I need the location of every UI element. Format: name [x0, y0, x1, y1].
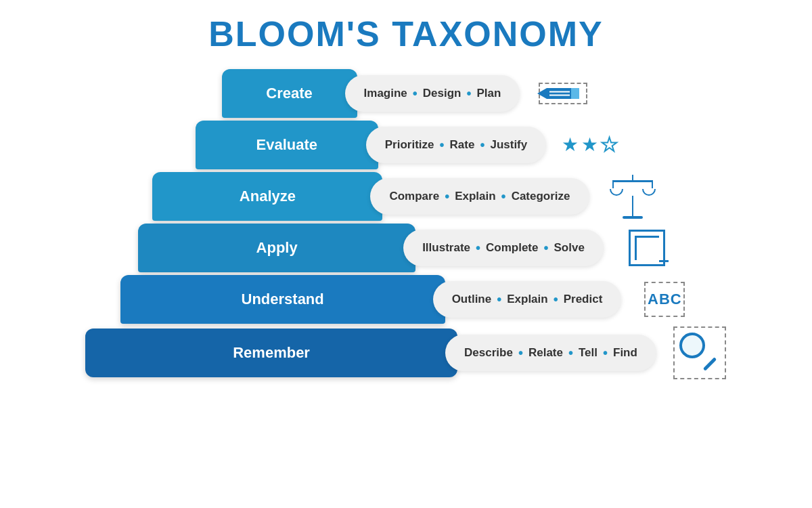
dot: •	[480, 137, 484, 153]
pencil-lines	[549, 91, 570, 96]
keyword-understand-3: Predict	[564, 293, 603, 306]
keyword-analyze-3: Categorize	[512, 190, 570, 203]
keyword-analyze-2: Explain	[455, 190, 495, 203]
level-label-remember: Remember	[233, 344, 310, 362]
dot: •	[543, 240, 548, 256]
maze-inner	[635, 236, 659, 260]
dot: •	[445, 189, 449, 205]
keyword-evaluate-1: Prioritize	[385, 138, 434, 152]
stars-icon: ★ ★ ★	[562, 135, 618, 154]
magnifier-icon	[677, 330, 723, 376]
keyword-understand-2: Explain	[507, 293, 547, 306]
keyword-understand-1: Outline	[452, 293, 492, 306]
keywords-pill-create: Imagine • Design • Plan	[345, 75, 520, 112]
level-row-apply: Apply Illustrate • Complete • Solve	[0, 224, 812, 272]
level-icon-create	[536, 83, 590, 104]
scale-icon	[609, 175, 656, 219]
scale-pole	[632, 196, 633, 216]
magnifier-glass	[679, 333, 705, 358]
pencil-end	[571, 88, 579, 99]
level-label-evaluate: Evaluate	[256, 136, 318, 154]
keyword-remember-2: Relate	[528, 346, 563, 360]
level-block-evaluate: Evaluate	[196, 121, 378, 169]
star-3: ★	[601, 135, 618, 154]
scale-pan-right	[642, 189, 656, 196]
level-block-create: Create	[222, 69, 357, 118]
level-row-analyze: Analyze Compare • Explain • Categorize	[0, 172, 812, 221]
level-label-analyze: Analyze	[240, 188, 296, 205]
level-block-apply: Apply	[138, 224, 415, 272]
dot: •	[518, 345, 523, 361]
level-icon-evaluate: ★ ★ ★	[562, 135, 616, 154]
pencil-line	[549, 95, 570, 96]
dot: •	[440, 137, 445, 153]
dot: •	[568, 345, 573, 361]
keyword-create-2: Design	[423, 87, 461, 100]
pencil-body	[547, 88, 579, 99]
keyword-apply-1: Illustrate	[422, 241, 470, 255]
dot: •	[501, 189, 506, 205]
scale-pan-left	[610, 189, 623, 196]
keywords-pill-analyze: Compare • Explain • Categorize	[370, 178, 589, 215]
keywords-pill-apply: Illustrate • Complete • Solve	[403, 230, 604, 266]
level-block-understand: Understand	[120, 275, 445, 324]
scale-top-pin	[632, 175, 633, 180]
level-row-create: Create Imagine • Design • Plan	[0, 69, 812, 118]
abc-icon: ABC	[644, 282, 685, 317]
magnifier-handle	[703, 357, 717, 371]
level-icon-understand: ABC	[637, 282, 692, 317]
dot: •	[413, 86, 418, 102]
keyword-apply-3: Solve	[554, 241, 585, 255]
dot: •	[603, 345, 608, 361]
level-block-analyze: Analyze	[152, 172, 382, 221]
level-label-apply: Apply	[256, 239, 298, 257]
dot: •	[497, 292, 501, 308]
keyword-create-1: Imagine	[364, 87, 407, 100]
scale-bar	[612, 180, 653, 182]
keyword-evaluate-2: Rate	[450, 138, 475, 152]
level-icon-analyze	[606, 175, 660, 219]
level-row-understand: Understand Outline • Explain • Predict A…	[0, 275, 812, 324]
star-1: ★	[562, 135, 579, 154]
dot: •	[476, 240, 480, 256]
pencil-dashed-box	[539, 83, 587, 104]
keywords-pill-remember: Describe • Relate • Tell • Find	[445, 335, 656, 371]
level-icon-remember	[673, 326, 727, 379]
dot: •	[554, 292, 558, 308]
level-block-remember: Remember	[85, 329, 457, 377]
pyramid-container: Create Imagine • Design • Plan	[0, 69, 812, 382]
star-2: ★	[581, 135, 598, 154]
level-label-understand: Understand	[242, 291, 324, 308]
level-icon-apply	[620, 230, 674, 266]
level-row-evaluate: Evaluate Prioritize • Rate • Justify ★ ★…	[0, 121, 812, 169]
keyword-apply-2: Complete	[486, 241, 538, 255]
page-title: BLOOM'S TAXONOMY	[208, 14, 604, 54]
pencil-tip	[537, 88, 547, 99]
keywords-pill-understand: Outline • Explain • Predict	[433, 281, 622, 318]
keyword-analyze-1: Compare	[389, 190, 439, 203]
maze-icon	[629, 230, 665, 266]
keyword-remember-3: Tell	[579, 346, 597, 360]
magnifier-dashed-box	[673, 326, 726, 379]
keyword-create-3: Plan	[477, 87, 501, 100]
pencil-line	[549, 91, 570, 93]
scale-base	[623, 216, 643, 219]
level-row-remember: Remember Describe • Relate • Tell • Find	[0, 326, 812, 379]
keywords-pill-evaluate: Prioritize • Rate • Justify	[366, 127, 546, 163]
keyword-evaluate-3: Justify	[490, 138, 527, 152]
scale-pans	[610, 189, 656, 196]
keyword-remember-1: Describe	[464, 346, 513, 360]
dot: •	[467, 86, 472, 102]
level-label-create: Create	[266, 85, 312, 102]
keyword-remember-4: Find	[613, 346, 637, 360]
pencil-icon	[547, 88, 579, 99]
